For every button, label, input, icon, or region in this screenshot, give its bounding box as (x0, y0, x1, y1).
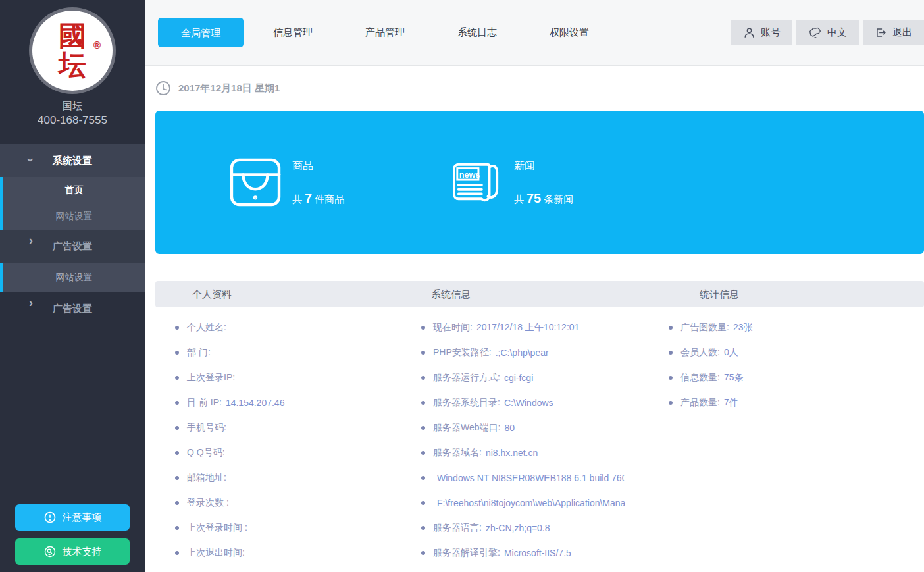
tab-item[interactable]: 产品管理 (339, 26, 431, 39)
shopping-bag-icon (229, 158, 282, 207)
sidebar-item[interactable]: ›广告设置 (0, 230, 145, 263)
bullet-icon (421, 501, 425, 505)
panel-header-system: 系统信息 (401, 288, 648, 301)
item-label: 信息数量: (680, 372, 720, 384)
clock-icon (155, 80, 171, 96)
news-count: 共75条新闻 (514, 191, 665, 206)
item-label: 上次登录时间 : (187, 522, 247, 534)
language-button[interactable]: 中文 (796, 20, 859, 45)
item-label: 产品数量: (680, 397, 720, 409)
news-count-prefix: 共 (514, 194, 524, 205)
item-label: 现在时间: (433, 322, 473, 334)
tab-item[interactable]: 权限设置 (523, 26, 615, 39)
item-label: 登录次数 : (187, 497, 229, 509)
list-item: 手机号码: (175, 415, 378, 440)
bullet-icon (175, 501, 179, 505)
news-count-suffix: 条新闻 (544, 194, 573, 205)
item-label: 服务器域名: (433, 447, 482, 459)
goods-count-prefix: 共 (292, 194, 302, 205)
panel-header-statistics: 统计信息 (648, 288, 924, 301)
notice-button-label: 注意事项 (63, 511, 102, 524)
sidebar-item[interactable]: 网站设置 (0, 203, 145, 230)
item-label: Q Q号码: (187, 447, 225, 459)
goods-title: 商品 (292, 159, 444, 182)
info-list: 现在时间:2017/12/18 上午10:12:01PHP安装路径:.;C:\p… (401, 315, 648, 565)
sidebar-menu: ›系统设置首页网站设置›广告设置网站设置›广告设置 (0, 144, 145, 325)
item-label: 服务器Web端口: (433, 422, 500, 434)
info-list: 广告图数量:23张会员人数:0人信息数量:75条产品数量:7件 (648, 315, 924, 415)
item-label: 上次退出时间: (187, 547, 245, 559)
item-value: .;C:\php\pear (496, 348, 549, 358)
logout-button-label: 退出 (892, 26, 912, 39)
list-item: PHP安装路径:.;C:\php\pear (421, 340, 625, 365)
bullet-icon (175, 351, 179, 355)
user-icon (743, 26, 756, 39)
account-button-label: 账号 (761, 26, 781, 39)
list-item: 部 门: (175, 340, 378, 365)
sidebar-item[interactable]: 首页 (0, 177, 145, 203)
logout-button[interactable]: 退出 (863, 20, 924, 45)
list-item: 上次登录时间 : (175, 515, 378, 540)
list-item: 服务器Web端口:80 (421, 415, 625, 440)
list-item: 服务器系统目录:C:\Windows (421, 390, 625, 415)
list-item: 服务器解译引擎:Microsoft-IIS/7.5 (421, 540, 625, 565)
logout-icon (875, 26, 887, 39)
sidebar-item-label: 广告设置 (53, 240, 92, 253)
goods-count: 共7件商品 (292, 191, 444, 206)
account-button[interactable]: 账号 (731, 20, 792, 45)
panel-column: 现在时间:2017/12/18 上午10:12:01PHP安装路径:.;C:\p… (401, 307, 648, 565)
bullet-icon (421, 526, 425, 530)
logo-char-top: 國 (59, 22, 86, 51)
bullet-icon (175, 551, 179, 555)
support-icon (43, 545, 57, 558)
date-row: 2017年12月18日 星期1 (155, 66, 924, 111)
bullet-icon (175, 376, 179, 380)
list-item: 现在时间:2017/12/18 上午10:12:01 (421, 315, 625, 340)
item-value: zh-CN,zh;q=0.8 (486, 523, 550, 533)
item-label: 部 门: (187, 347, 211, 359)
bullet-icon (421, 451, 425, 455)
bullet-icon (421, 476, 425, 480)
panel-column: 广告图数量:23张会员人数:0人信息数量:75条产品数量:7件 (648, 307, 924, 565)
item-value: Windows NT NI8SER08WEB188 6.1 build 7601… (437, 473, 625, 483)
news-stat: news 新闻 共75条新闻 (451, 158, 673, 207)
goods-count-number: 7 (305, 191, 312, 205)
bullet-icon (421, 401, 425, 405)
support-button[interactable]: 技术支持 (15, 538, 130, 565)
item-value: ni8.hx.net.cn (486, 448, 538, 458)
item-label: 服务器系统目录: (433, 397, 500, 409)
list-item: F:\freehost\ni8tojoycom\web\Application\… (421, 490, 625, 515)
bullet-icon (175, 426, 179, 430)
item-label: 广告图数量: (680, 322, 729, 334)
news-title: 新闻 (514, 159, 665, 182)
tab-active[interactable]: 全局管理 (158, 18, 244, 47)
tab-item[interactable]: 系统日志 (431, 26, 523, 39)
sidebar-item[interactable]: 网站设置 (0, 263, 145, 292)
sidebar-item-label: 广告设置 (53, 303, 92, 315)
registered-mark: ® (93, 39, 101, 51)
item-value: 0人 (724, 347, 738, 359)
list-item: 服务器运行方式:cgi-fcgi (421, 365, 625, 390)
sidebar-item[interactable]: ›广告设置 (0, 292, 145, 325)
bullet-icon (421, 351, 425, 355)
news-count-number: 75 (526, 191, 541, 205)
list-item: 邮箱地址: (175, 465, 378, 490)
item-label: 邮箱地址: (187, 472, 226, 484)
main-area: 全局管理信息管理产品管理系统日志权限设置 账号 中文 (145, 0, 924, 572)
china-map-icon (808, 26, 822, 39)
item-value: 23张 (733, 322, 753, 334)
brand-phone: 400-168-7555 (38, 114, 107, 127)
item-value: cgi-fcgi (504, 373, 533, 383)
sidebar-item-label: 网站设置 (56, 211, 93, 222)
exclamation-circle-icon (43, 511, 57, 524)
list-item: Windows NT NI8SER08WEB188 6.1 build 7601… (421, 465, 625, 490)
info-list: 个人姓名:部 门:上次登录IP:目 前 IP:14.154.207.46手机号码… (155, 315, 401, 565)
notice-button[interactable]: 注意事项 (15, 504, 130, 531)
sidebar: 國 坛 ® 国坛 400-168-7555 ›系统设置首页网站设置›广告设置网站… (0, 0, 145, 572)
list-item: 信息数量:75条 (669, 365, 888, 390)
bullet-icon (421, 376, 425, 380)
panel-header-profile: 个人资料 (155, 288, 401, 301)
news-stat-text: 新闻 共75条新闻 (514, 159, 665, 206)
tab-item[interactable]: 信息管理 (247, 26, 339, 39)
sidebar-item[interactable]: ›系统设置 (0, 144, 145, 177)
